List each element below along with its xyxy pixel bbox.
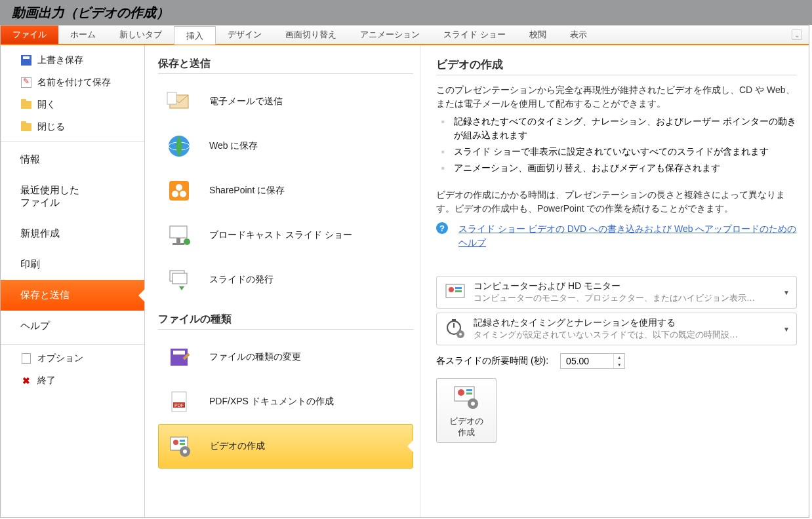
sidebar-item-saveas[interactable]: 名前を付けて保存 — [1, 71, 144, 94]
svg-text:PDF: PDF — [174, 403, 184, 408]
exit-icon: ✖ — [20, 375, 32, 387]
chevron-down-icon: ▼ — [783, 289, 790, 296]
bullet-item: 記録されたすべてのタイミング、ナレーション、およびレーザー ポインターの動きが組… — [441, 115, 797, 142]
help-row: ? スライド ショー ビデオの DVD への書き込みおよび Web へアップロー… — [436, 222, 797, 250]
sidebar-item-exit[interactable]: ✖ 終了 — [1, 370, 144, 392]
svg-rect-28 — [455, 290, 462, 292]
mid-item-label: 電子メールで送信 — [209, 96, 283, 107]
svg-rect-8 — [170, 226, 187, 238]
slides-publish-icon — [163, 264, 195, 296]
svg-rect-37 — [466, 393, 472, 394]
mid-item-label: ファイルの種類の変更 — [209, 351, 301, 363]
tab-animation[interactable]: アニメーション — [348, 26, 432, 44]
mid-item-publish-slides[interactable]: スライドの発行 — [158, 258, 413, 302]
description-text-2: ビデオの作成にかかる時間は、プレゼンテーションの長さと複雑さによって異なります。… — [436, 188, 797, 216]
sidebar-item-save[interactable]: 上書き保存 — [1, 49, 144, 71]
save-as-icon — [20, 77, 32, 88]
svg-point-39 — [471, 402, 475, 406]
broadcast-icon — [163, 220, 195, 251]
dropdown-display-target[interactable]: コンピューターおよび HD モニター コンピューターのモニター、プロジェクター、… — [436, 276, 797, 309]
separator — [158, 73, 413, 74]
mid-item-label: ビデオの作成 — [210, 440, 265, 452]
svg-rect-36 — [466, 389, 472, 391]
mid-item-web[interactable]: Web に保存 — [158, 124, 413, 168]
mail-icon — [163, 86, 195, 117]
spinner-up-icon[interactable]: ▲ — [614, 354, 624, 361]
sidebar-item-recent[interactable]: 最近使用した ファイル — [1, 175, 144, 218]
mid-item-pdf[interactable]: PDF PDF/XPS ドキュメントの作成 — [158, 379, 413, 424]
video-icon — [439, 384, 493, 413]
right-panel: ビデオの作成 このプレゼンテーションから完全な再現性が維持されたビデオを作成し、… — [420, 45, 809, 517]
tab-view[interactable]: 表示 — [558, 26, 599, 44]
mid-item-sharepoint[interactable]: SharePoint に保存 — [158, 168, 413, 213]
sidebar-item-label: 開く — [37, 99, 56, 111]
sidebar-item-close[interactable]: 閉じる — [1, 116, 144, 138]
chevron-down-icon: ▼ — [783, 326, 790, 333]
svg-point-26 — [449, 287, 454, 292]
options-icon — [20, 353, 32, 364]
tab-design[interactable]: デザイン — [216, 26, 274, 44]
mid-item-email[interactable]: 電子メールで送信 — [158, 79, 413, 124]
bullet-item: スライド ショーで非表示に設定されていないすべてのスライドが含まれます — [441, 145, 797, 159]
svg-rect-16 — [172, 392, 186, 412]
mid-item-broadcast[interactable]: ブロードキャスト スライド ショー — [158, 213, 413, 258]
sidebar-item-label: 最近使用した ファイル — [20, 184, 79, 209]
sidebar-item-save-send[interactable]: 保存と送信 — [1, 280, 144, 311]
seconds-spinner[interactable]: ▲ ▼ — [560, 353, 625, 369]
tab-slideshow[interactable]: スライド ショー — [432, 26, 518, 44]
tab-home[interactable]: ホーム — [58, 26, 108, 44]
tab-review[interactable]: 校閲 — [518, 26, 558, 44]
mid-item-label: Web に保存 — [209, 140, 258, 152]
help-link[interactable]: スライド ショー ビデオの DVD への書き込みおよび Web へアップロードの… — [458, 222, 797, 250]
dropdown-text: 記録されたタイミングとナレーションを使用する タイミングが設定されていないスライ… — [474, 317, 738, 341]
dropdown-title: 記録されたタイミングとナレーションを使用する — [474, 317, 738, 329]
tab-file[interactable]: ファイル — [1, 26, 58, 44]
backstage-sidebar: 上書き保存 名前を付けて保存 開く 閉じる 情報 最近使用した ファイル — [1, 45, 145, 517]
sidebar-item-open[interactable]: 開く — [1, 94, 144, 116]
sidebar-item-label: ヘルプ — [20, 320, 50, 332]
mid-item-label: スライドの発行 — [209, 274, 274, 286]
separator — [436, 75, 797, 75]
svg-point-7 — [176, 184, 182, 191]
seconds-input[interactable] — [561, 354, 613, 368]
svg-rect-15 — [173, 351, 185, 355]
dropdown-title: コンピューターおよび HD モニター — [474, 280, 762, 292]
dropdown-timing[interactable]: 記録されたタイミングとナレーションを使用する タイミングが設定されていないスライ… — [436, 313, 797, 345]
sidebar-item-options[interactable]: オプション — [1, 347, 144, 370]
svg-rect-22 — [180, 443, 185, 445]
ribbon-collapse-icon[interactable]: ⌄ — [792, 29, 802, 40]
seconds-label: 各スライドの所要時間 (秒): — [436, 355, 548, 367]
sidebar-item-new[interactable]: 新規作成 — [1, 218, 144, 249]
svg-point-24 — [183, 450, 187, 453]
change-type-icon — [163, 341, 195, 373]
sidebar-item-label: 情報 — [20, 153, 40, 166]
svg-point-35 — [458, 389, 464, 396]
description-text: このプレゼンテーションから完全な再現性が維持されたビデオを作成し、CD や We… — [436, 83, 797, 111]
separator — [1, 141, 144, 142]
bullet-item: アニメーション、画面切り替え、およびメディアも保存されます — [441, 161, 797, 175]
ribbon-tabs: ファイル ホーム 新しいタブ 挿入 デザイン 画面切り替え アニメーション スラ… — [1, 26, 809, 45]
sidebar-item-info[interactable]: 情報 — [1, 144, 144, 175]
tab-insert[interactable]: 挿入 — [174, 26, 216, 45]
mid-item-change-type[interactable]: ファイルの種類の変更 — [158, 335, 413, 379]
mid-item-create-video[interactable]: ビデオの作成 — [158, 424, 413, 469]
bullet-list: 記録されたすべてのタイミング、ナレーション、およびレーザー ポインターの動きが組… — [436, 115, 797, 175]
pdf-icon: PDF — [163, 386, 195, 417]
svg-point-5 — [172, 191, 178, 197]
sidebar-item-label: 新規作成 — [20, 227, 60, 240]
section-filetype-title: ファイルの種類 — [158, 313, 413, 326]
svg-rect-9 — [176, 238, 180, 243]
spinner-down-icon[interactable]: ▼ — [614, 361, 624, 368]
save-icon — [20, 54, 32, 66]
mid-item-label: ブロードキャスト スライド ショー — [209, 229, 352, 241]
svg-rect-10 — [173, 243, 184, 245]
dropdown-subtitle: コンピューターのモニター、プロジェクター、またはハイビジョン表示用… — [474, 292, 762, 304]
tab-newtab[interactable]: 新しいタブ — [108, 26, 174, 44]
tab-transition[interactable]: 画面切り替え — [274, 26, 348, 44]
sidebar-item-print[interactable]: 印刷 — [1, 249, 144, 280]
create-video-button[interactable]: ビデオの 作成 — [436, 378, 497, 443]
globe-icon — [163, 130, 195, 162]
sidebar-item-help[interactable]: ヘルプ — [1, 311, 144, 341]
video-icon — [164, 431, 195, 462]
dropdown-text: コンピューターおよび HD モニター コンピューターのモニター、プロジェクター、… — [474, 280, 762, 304]
